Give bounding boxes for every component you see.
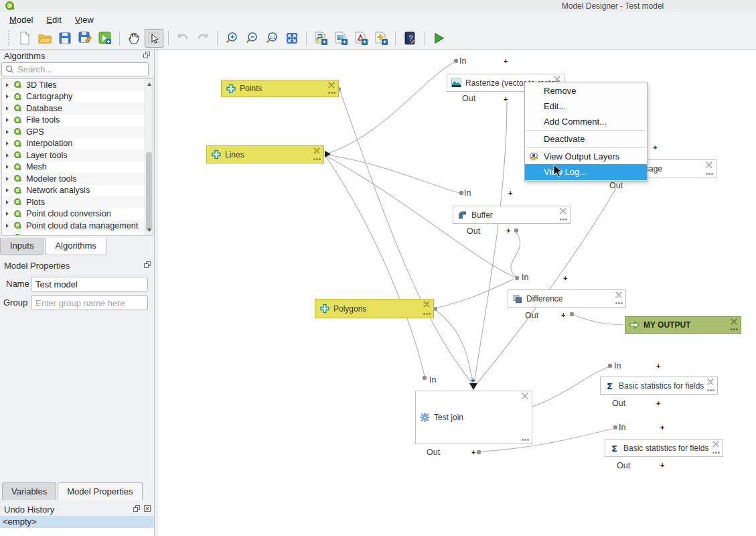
node-options-dots[interactable] [328, 92, 330, 94]
tree-item-file-tools[interactable]: File tools [2, 115, 153, 127]
search-input[interactable] [17, 64, 138, 74]
context-menu-deactivate[interactable]: Deactivate [525, 131, 647, 147]
tree-item-cartography[interactable]: Cartography [2, 91, 153, 103]
open-model-button[interactable] [35, 29, 54, 48]
node-options-dots[interactable] [706, 173, 708, 175]
zoom-in-button[interactable] [222, 29, 241, 48]
model-node-test-join[interactable]: Test join [415, 391, 532, 444]
port-expand-plus[interactable]: + [660, 423, 664, 431]
export-as-svg-button[interactable] [372, 29, 390, 48]
export-as-image-button[interactable] [331, 29, 350, 48]
pan-tool-button[interactable] [125, 29, 143, 48]
port-expand-plus[interactable]: + [504, 95, 508, 103]
scrollbar-down-arrow[interactable] [147, 228, 151, 232]
tree-scrollbar[interactable] [145, 79, 153, 235]
remove-node-icon[interactable] [522, 392, 529, 399]
float-panel-icon[interactable] [143, 52, 150, 58]
float-panel-icon[interactable] [144, 261, 151, 268]
undo-history-entry[interactable]: <empty> [0, 516, 154, 528]
remove-node-icon[interactable] [423, 300, 431, 308]
model-node-points[interactable]: Points [221, 80, 339, 97]
float-panel-icon[interactable] [133, 505, 140, 512]
tree-item-database[interactable]: Database [2, 103, 153, 115]
tree-item-point-cloud-data-management[interactable]: Point cloud data management [2, 220, 153, 232]
node-options-dots[interactable] [707, 389, 709, 391]
model-node-difference[interactable]: Difference [508, 289, 626, 308]
model-name-input[interactable] [31, 277, 148, 291]
tree-item-3d-tiles[interactable]: 3D Tiles [2, 79, 153, 91]
scrollbar-up-arrow[interactable] [147, 82, 151, 86]
tree-item-interpolation[interactable]: Interpolation [2, 138, 153, 150]
expand-arrow-icon[interactable] [6, 235, 9, 236]
export-as-python-button[interactable] [311, 29, 330, 48]
save-model-button[interactable] [56, 29, 74, 48]
port-expand-plus[interactable]: + [561, 311, 565, 319]
node-options-dots[interactable] [731, 328, 733, 330]
port-expand-plus[interactable]: + [656, 399, 660, 407]
context-menu-edit[interactable]: Edit... [525, 98, 647, 114]
remove-node-icon[interactable] [706, 161, 713, 168]
redo-button[interactable] [194, 29, 212, 48]
remove-node-icon[interactable] [731, 318, 738, 325]
scrollbar-thumb[interactable] [146, 152, 152, 231]
expand-arrow-icon[interactable] [6, 94, 9, 98]
run-model-button[interactable] [429, 29, 448, 48]
model-node-basic-stats-top[interactable]: Σ Basic statistics for fields [600, 377, 718, 395]
model-node-lines[interactable]: Lines [206, 145, 324, 163]
port-expand-plus[interactable]: + [563, 274, 567, 282]
remove-node-icon[interactable] [615, 291, 623, 298]
menu-view[interactable]: View [68, 13, 100, 27]
model-node-basic-stats-bottom[interactable]: Σ Basic statistics for fields [605, 439, 723, 457]
tree-item-clipped[interactable] [2, 232, 153, 237]
tree-item-mesh[interactable]: Mesh [2, 161, 153, 174]
remove-node-icon[interactable] [328, 81, 335, 88]
remove-node-icon[interactable] [712, 440, 720, 448]
port-expand-plus[interactable]: + [506, 226, 510, 234]
model-node-polygons[interactable]: Polygons [315, 299, 434, 318]
expand-arrow-icon[interactable] [6, 188, 9, 192]
node-options-dots[interactable] [560, 218, 562, 220]
remove-node-icon[interactable] [560, 207, 567, 214]
tab-inputs[interactable]: Inputs [0, 238, 44, 255]
model-group-input[interactable] [31, 295, 148, 310]
context-menu-view-output-layers[interactable]: View Output Layers [525, 149, 647, 164]
expand-arrow-icon[interactable] [6, 141, 9, 145]
expand-arrow-icon[interactable] [6, 212, 9, 216]
tree-item-point-cloud-conversion[interactable]: Point cloud conversion [2, 208, 153, 220]
port-expand-plus[interactable]: + [471, 376, 475, 384]
expand-arrow-icon[interactable] [6, 83, 9, 87]
save-model-in-project-button[interactable] [96, 29, 115, 48]
remove-node-icon[interactable] [313, 147, 321, 154]
model-node-my-output[interactable]: MY OUTPUT [625, 316, 741, 334]
remove-node-icon[interactable] [707, 378, 714, 385]
expand-arrow-icon[interactable] [6, 224, 9, 228]
tree-item-network-analysis[interactable]: Network analysis [2, 185, 153, 197]
zoom-actual-button[interactable]: 1:1 [262, 29, 281, 48]
context-menu-view-log[interactable]: View Log... [525, 164, 647, 180]
expand-arrow-icon[interactable] [6, 200, 9, 204]
new-model-button[interactable] [15, 29, 34, 48]
port-expand-plus[interactable]: + [656, 362, 660, 370]
expand-arrow-icon[interactable] [6, 177, 9, 181]
export-as-pdf-button[interactable] [352, 29, 370, 48]
expand-arrow-icon[interactable] [6, 153, 9, 157]
context-menu-remove[interactable]: Remove [525, 83, 647, 98]
port-expand-plus[interactable]: + [508, 189, 512, 197]
select-move-tool-button[interactable] [145, 29, 163, 48]
algorithm-search-box[interactable] [1, 62, 149, 76]
close-panel-icon[interactable]: × [144, 505, 151, 512]
help-button[interactable]: ? [400, 29, 419, 48]
zoom-out-button[interactable] [242, 29, 261, 48]
tab-variables[interactable]: Variables [2, 482, 56, 500]
menu-model[interactable]: Model [3, 13, 40, 27]
node-options-dots[interactable] [522, 439, 524, 441]
tab-model-properties[interactable]: Model Properties [58, 482, 142, 500]
node-options-dots[interactable] [615, 302, 617, 304]
save-model-as-button[interactable] [76, 29, 94, 48]
tree-item-modeler-tools[interactable]: Modeler tools [2, 173, 153, 185]
tree-item-layer-tools[interactable]: Layer tools [2, 149, 153, 161]
tab-algorithms[interactable]: Algorithms [45, 238, 106, 255]
model-canvas[interactable] [155, 50, 756, 536]
expand-arrow-icon[interactable] [6, 165, 9, 169]
undo-button[interactable] [173, 29, 192, 48]
